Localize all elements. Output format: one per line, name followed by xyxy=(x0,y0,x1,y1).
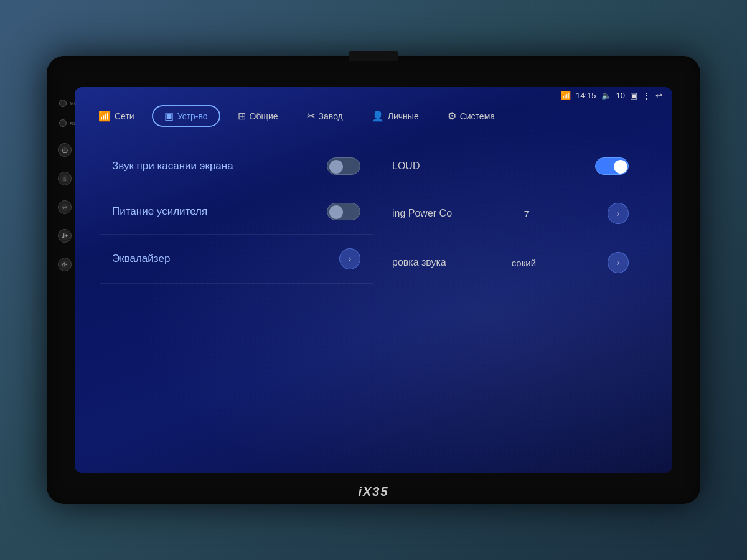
power-chevron-icon: › xyxy=(616,208,619,219)
chevron-right-icon: › xyxy=(348,253,351,264)
equalizer-chevron[interactable]: › xyxy=(339,248,360,269)
overflow-menu-icon[interactable]: ⋮ xyxy=(642,91,651,100)
device-brand-label: iX35 xyxy=(358,485,388,499)
device-unit: MIC RST ⏻ ⌂ ↩ d+ d- 📶 14:15 xyxy=(47,56,700,504)
power-control-chevron[interactable]: › xyxy=(608,203,629,224)
loud-label: LOUD xyxy=(392,161,420,172)
power-control-row: ing Power Co 7 › xyxy=(374,189,647,238)
tab-personal-label: Личные xyxy=(388,111,419,121)
screen: 📶 14:15 🔈 10 ▣ ⋮ ↩ 📶 Сети ▣ Устр-во xyxy=(75,87,672,473)
sound-level-value: сокий xyxy=(512,258,536,268)
right-settings-column: LOUD ing Power Co 7 › xyxy=(374,144,647,287)
mic-dot xyxy=(59,100,67,107)
tab-networks[interactable]: 📶 Сети xyxy=(87,106,146,126)
wifi-tab-icon: 📶 xyxy=(98,110,111,122)
vol-down-button[interactable]: d- xyxy=(58,258,72,271)
screen-record-icon: ▣ xyxy=(630,91,637,100)
tab-device[interactable]: ▣ Устр-во xyxy=(152,105,220,127)
settings-grid: Звук при касании экрана Питание усилител… xyxy=(100,144,647,287)
amp-power-label: Питание усилителя xyxy=(112,205,207,218)
home-button[interactable]: ⌂ xyxy=(58,172,72,185)
system-tab-icon: ⚙ xyxy=(448,110,456,122)
settings-content: Звук при касании экрана Питание усилител… xyxy=(75,131,672,473)
home-icon: ⌂ xyxy=(63,175,67,182)
personal-tab-icon: 👤 xyxy=(372,110,384,122)
nav-tabs-bar: 📶 Сети ▣ Устр-во ⊞ Общие ✂ Завод 👤 Л xyxy=(75,101,672,131)
amp-power-toggle[interactable] xyxy=(327,203,360,220)
sound-level-row: ровка звука сокий › xyxy=(374,238,647,287)
tab-personal[interactable]: 👤 Личные xyxy=(360,106,430,126)
general-tab-icon: ⊞ xyxy=(238,110,246,122)
tab-networks-label: Сети xyxy=(115,111,134,121)
rst-dot xyxy=(59,119,67,127)
power-button[interactable]: ⏻ xyxy=(58,143,72,157)
tab-general[interactable]: ⊞ Общие xyxy=(227,106,289,126)
left-settings-column: Звук при касании экрана Питание усилител… xyxy=(100,144,374,287)
back-icon: ↩ xyxy=(62,204,67,211)
nav-back-icon[interactable]: ↩ xyxy=(655,91,662,100)
loud-toggle[interactable] xyxy=(595,157,629,175)
tab-general-label: Общие xyxy=(250,111,278,121)
volume-level: 10 xyxy=(616,91,625,100)
equalizer-row: Эквалайзер › xyxy=(100,235,373,284)
volume-icon: 🔈 xyxy=(601,91,611,100)
sound-level-chevron[interactable]: › xyxy=(608,252,629,273)
amp-power-knob xyxy=(329,205,343,219)
back-button[interactable]: ↩ xyxy=(58,200,72,214)
sound-chevron-icon: › xyxy=(616,257,619,268)
vol-up-icon: d+ xyxy=(62,233,68,239)
loud-row: LOUD xyxy=(374,144,647,189)
top-camera-bump xyxy=(349,51,398,61)
amp-power-row: Питание усилителя xyxy=(100,189,373,235)
vol-down-icon: d- xyxy=(62,261,67,268)
sound-level-label: ровка звука xyxy=(392,257,446,268)
touch-sound-row: Звук при касании экрана xyxy=(100,144,373,189)
wifi-status-icon: 📶 xyxy=(561,91,571,100)
tab-factory-label: Завод xyxy=(319,111,343,121)
touch-sound-label: Звук при касании экрана xyxy=(112,160,233,172)
screen-content: 📶 14:15 🔈 10 ▣ ⋮ ↩ 📶 Сети ▣ Устр-во xyxy=(75,87,672,473)
tab-device-label: Устр-во xyxy=(177,111,208,121)
touch-sound-knob xyxy=(329,160,343,174)
tab-factory[interactable]: ✂ Завод xyxy=(296,106,354,126)
device-tab-icon: ▣ xyxy=(164,110,174,122)
power-icon: ⏻ xyxy=(62,147,68,154)
tab-system[interactable]: ⚙ Система xyxy=(436,106,506,126)
power-control-value: 7 xyxy=(524,208,529,219)
equalizer-label: Эквалайзер xyxy=(112,253,170,265)
status-time: 14:15 xyxy=(576,91,596,100)
status-bar: 📶 14:15 🔈 10 ▣ ⋮ ↩ xyxy=(75,87,672,101)
touch-sound-toggle[interactable] xyxy=(327,157,360,175)
factory-tab-icon: ✂ xyxy=(307,110,315,122)
tab-system-label: Система xyxy=(460,111,495,121)
power-control-label: ing Power Co xyxy=(392,208,452,219)
physical-buttons-column: ⏻ ⌂ ↩ d+ d- xyxy=(58,143,72,271)
vol-up-button[interactable]: d+ xyxy=(58,229,72,243)
loud-knob xyxy=(614,160,627,174)
